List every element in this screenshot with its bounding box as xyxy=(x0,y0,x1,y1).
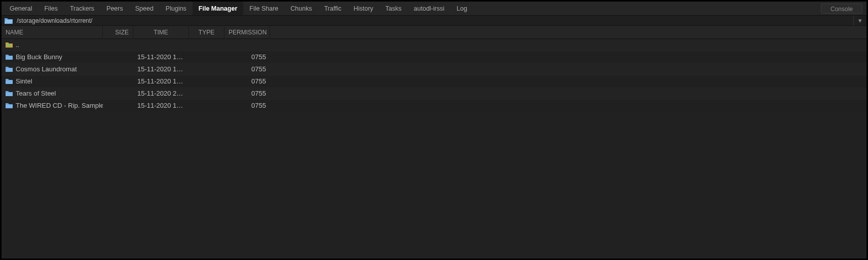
tab-general[interactable]: General xyxy=(4,2,38,15)
tab-tasks[interactable]: Tasks xyxy=(380,2,408,15)
tab-autodl-irssi[interactable]: autodl-irssi xyxy=(408,2,450,15)
cell-time: 15-11-2020 18:59:30 xyxy=(133,53,189,61)
file-name: .. xyxy=(16,41,19,49)
cell-time: 15-11-2020 22:41:13 xyxy=(133,90,189,97)
cell-time: 15-11-2020 18:59:40 xyxy=(133,65,189,73)
col-size[interactable]: SIZE xyxy=(103,26,133,39)
col-name[interactable]: NAME xyxy=(2,26,103,39)
file-name: Cosmos Laundromat xyxy=(16,65,77,73)
tab-log[interactable]: Log xyxy=(450,2,473,15)
cell-permission: 0755 xyxy=(224,65,270,73)
cell-time: 15-11-2020 19:02:40 xyxy=(133,77,189,85)
folder-icon xyxy=(6,103,13,109)
tab-bar: GeneralFilesTrackersPeersSpeedPluginsFil… xyxy=(2,2,866,16)
chevron-down-icon: ▾ xyxy=(858,17,862,24)
table-row[interactable]: Sintel15-11-2020 19:02:400755 xyxy=(2,75,866,88)
col-type[interactable]: TYPE xyxy=(189,26,224,39)
path-bar: /storage/downloads/rtorrent/ ▾ xyxy=(2,16,866,26)
path-dropdown-toggle[interactable]: ▾ xyxy=(853,16,866,26)
tab-file-manager[interactable]: File Manager xyxy=(193,2,243,15)
table-row[interactable]: Tears of Steel15-11-2020 22:41:130755 xyxy=(2,88,866,100)
folder-open-icon xyxy=(5,17,13,24)
app-window: GeneralFilesTrackersPeersSpeedPluginsFil… xyxy=(0,0,868,260)
table-row[interactable]: Big Buck Bunny15-11-2020 18:59:300755 xyxy=(2,51,866,63)
cell-time: 15-11-2020 19:33:47 xyxy=(133,102,189,109)
cell-name: Sintel xyxy=(2,77,103,85)
file-name: Big Buck Bunny xyxy=(16,53,62,61)
folder-icon xyxy=(6,78,13,84)
tab-files[interactable]: Files xyxy=(38,2,63,15)
file-table: NAME SIZE TIME TYPE PERMISSION ..Big Buc… xyxy=(2,26,866,258)
tabbar-spacer xyxy=(473,2,819,15)
cell-permission: 0755 xyxy=(224,53,270,61)
folder-icon xyxy=(6,91,13,97)
current-path[interactable]: /storage/downloads/rtorrent/ xyxy=(17,17,92,24)
cell-name: Tears of Steel xyxy=(2,90,103,97)
tab-chunks[interactable]: Chunks xyxy=(284,2,318,15)
tab-peers[interactable]: Peers xyxy=(100,2,129,15)
table-body: ..Big Buck Bunny15-11-2020 18:59:300755C… xyxy=(2,39,866,112)
col-time[interactable]: TIME xyxy=(133,26,189,39)
table-header: NAME SIZE TIME TYPE PERMISSION xyxy=(2,26,866,39)
table-row[interactable]: Cosmos Laundromat15-11-2020 18:59:400755 xyxy=(2,63,866,75)
cell-name: Cosmos Laundromat xyxy=(2,65,103,73)
cell-name: Big Buck Bunny xyxy=(2,53,103,61)
folder-up-icon xyxy=(6,42,13,48)
cell-permission: 0755 xyxy=(224,90,270,97)
file-name: Tears of Steel xyxy=(16,90,56,97)
cell-permission: 0755 xyxy=(224,77,270,85)
table-row[interactable]: .. xyxy=(2,39,866,51)
col-permission[interactable]: PERMISSION xyxy=(224,26,270,39)
file-name: The WIRED CD - Rip. Sample. Mash xyxy=(16,102,103,109)
console-button[interactable]: Console xyxy=(821,4,862,14)
tab-traffic[interactable]: Traffic xyxy=(318,2,348,15)
tab-file-share[interactable]: File Share xyxy=(243,2,284,15)
tab-plugins[interactable]: Plugins xyxy=(160,2,193,15)
tab-history[interactable]: History xyxy=(348,2,380,15)
tab-speed[interactable]: Speed xyxy=(129,2,160,15)
folder-icon xyxy=(6,66,13,72)
folder-icon xyxy=(6,54,13,60)
cell-permission: 0755 xyxy=(224,102,270,109)
cell-name: The WIRED CD - Rip. Sample. Mash xyxy=(2,102,103,109)
cell-name: .. xyxy=(2,41,103,49)
file-name: Sintel xyxy=(16,77,32,85)
table-row[interactable]: The WIRED CD - Rip. Sample. Mash15-11-20… xyxy=(2,100,866,112)
tab-trackers[interactable]: Trackers xyxy=(64,2,100,15)
